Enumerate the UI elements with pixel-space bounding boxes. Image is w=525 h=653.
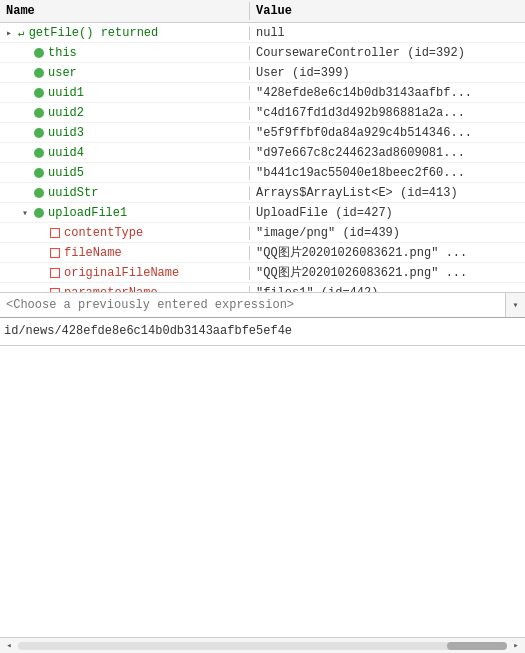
scroll-right-button[interactable]: ▸ — [509, 639, 523, 653]
table-row[interactable]: contentType"image/png" (id=439) — [0, 223, 525, 243]
row-name-text: this — [48, 46, 77, 60]
row-name-cell: uuid3 — [0, 126, 250, 140]
row-name-cell: uuid2 — [0, 106, 250, 120]
scroll-track[interactable] — [18, 642, 507, 650]
dot-green-icon — [34, 208, 44, 218]
toggle-icon — [18, 86, 32, 100]
expression-dropdown-button[interactable]: ▾ — [505, 293, 525, 317]
row-value-cell: "QQ图片20201026083621.png" ... — [250, 244, 525, 261]
row-value-text: "428efde8e6c14b0db3143aafbf... — [256, 86, 472, 100]
row-value-cell: UploadFile (id=427) — [250, 206, 525, 220]
url-text: id/news/428efde8e6c14b0db3143aafbfe5ef4e — [4, 324, 292, 338]
toggle-icon — [18, 126, 32, 140]
row-name-cell: uuid4 — [0, 146, 250, 160]
row-value-cell: "QQ图片20201026083621.png" ... — [250, 264, 525, 281]
dot-green-icon — [34, 88, 44, 98]
row-name-text: uuid1 — [48, 86, 84, 100]
row-value-text: User (id=399) — [256, 66, 350, 80]
toggle-icon — [34, 226, 48, 240]
table-row[interactable]: userUser (id=399) — [0, 63, 525, 83]
row-value-cell: Arrays$ArrayList<E> (id=413) — [250, 186, 525, 200]
row-name-cell: uploadFile1 — [0, 206, 250, 220]
table-row[interactable]: uuid3"e5f9ffbf0da84a929c4b514346... — [0, 123, 525, 143]
toggle-icon[interactable] — [18, 206, 32, 220]
table-row[interactable]: uuidStrArrays$ArrayList<E> (id=413) — [0, 183, 525, 203]
row-name-text: uuid2 — [48, 106, 84, 120]
table-row[interactable]: fileName"QQ图片20201026083621.png" ... — [0, 243, 525, 263]
row-name-text: uuidStr — [48, 186, 98, 200]
row-name-text: uuid4 — [48, 146, 84, 160]
dot-green-icon — [34, 168, 44, 178]
row-value-text: "files1" (id=442) — [256, 286, 378, 293]
expression-input[interactable] — [0, 295, 505, 315]
row-value-text: "d97e667c8c244623ad8609081... — [256, 146, 465, 160]
row-name-text: contentType — [64, 226, 143, 240]
row-name-text: parameterName — [64, 286, 158, 293]
row-name-text: uuid5 — [48, 166, 84, 180]
table-row[interactable]: uuid2"c4d167fd1d3d492b986881a2a... — [0, 103, 525, 123]
dot-green-icon — [34, 128, 44, 138]
table-row[interactable]: ↵ getFile() returnednull — [0, 23, 525, 43]
toggle-icon — [18, 66, 32, 80]
row-name-text: user — [48, 66, 77, 80]
sq-red-icon — [50, 228, 60, 238]
row-name-text: getFile() returned — [29, 26, 159, 40]
row-value-cell: "c4d167fd1d3d492b986881a2a... — [250, 106, 525, 120]
row-value-text: "e5f9ffbf0da84a929c4b514346... — [256, 126, 472, 140]
table-row[interactable]: originalFileName"QQ图片20201026083621.png"… — [0, 263, 525, 283]
row-name-cell: uuid1 — [0, 86, 250, 100]
sq-red-icon — [50, 248, 60, 258]
dot-green-icon — [34, 188, 44, 198]
row-value-cell: "b441c19ac55040e18beec2f60... — [250, 166, 525, 180]
row-value-text: "b441c19ac55040e18beec2f60... — [256, 166, 465, 180]
table-row[interactable]: thisCoursewareController (id=392) — [0, 43, 525, 63]
expression-bar[interactable]: ▾ — [0, 293, 525, 318]
row-value-cell: CoursewareController (id=392) — [250, 46, 525, 60]
row-value-text: null — [256, 26, 285, 40]
rows-container: ↵ getFile() returnednullthisCoursewareCo… — [0, 23, 525, 293]
table-row[interactable]: uuid4"d97e667c8c244623ad8609081... — [0, 143, 525, 163]
row-name-cell: fileName — [0, 246, 250, 260]
dot-green-icon — [34, 68, 44, 78]
row-value-text: "c4d167fd1d3d492b986881a2a... — [256, 106, 465, 120]
row-name-cell: this — [0, 46, 250, 60]
row-value-cell: "files1" (id=442) — [250, 286, 525, 293]
row-value-cell: "image/png" (id=439) — [250, 226, 525, 240]
toggle-icon — [34, 286, 48, 293]
scroll-thumb[interactable] — [447, 642, 507, 650]
row-name-cell: ↵ getFile() returned — [0, 26, 250, 40]
row-value-cell: "e5f9ffbf0da84a929c4b514346... — [250, 126, 525, 140]
col-name-header: Name — [0, 2, 250, 20]
row-value-text: UploadFile (id=427) — [256, 206, 393, 220]
row-value-text: "image/png" (id=439) — [256, 226, 400, 240]
toggle-icon — [34, 266, 48, 280]
dot-green-icon — [34, 48, 44, 58]
row-value-cell: "428efde8e6c14b0db3143aafbf... — [250, 86, 525, 100]
row-name-text: fileName — [64, 246, 122, 260]
row-value-text: Arrays$ArrayList<E> (id=413) — [256, 186, 458, 200]
dot-green-icon — [34, 148, 44, 158]
row-name-cell: uuid5 — [0, 166, 250, 180]
row-value-text: "QQ图片20201026083621.png" ... — [256, 266, 467, 280]
row-value-text: "QQ图片20201026083621.png" ... — [256, 246, 467, 260]
row-value-cell: null — [250, 26, 525, 40]
row-name-cell: originalFileName — [0, 266, 250, 280]
scroll-left-button[interactable]: ◂ — [2, 639, 16, 653]
return-arrow-icon: ↵ — [18, 26, 25, 39]
row-value-text: CoursewareController (id=392) — [256, 46, 465, 60]
toggle-icon — [18, 166, 32, 180]
url-bar: id/news/428efde8e6c14b0db3143aafbfe5ef4e — [0, 318, 525, 346]
table-row[interactable]: uuid5"b441c19ac55040e18beec2f60... — [0, 163, 525, 183]
table-row[interactable]: uuid1"428efde8e6c14b0db3143aafbf... — [0, 83, 525, 103]
dot-green-icon — [34, 108, 44, 118]
empty-space — [0, 346, 525, 638]
horizontal-scrollbar[interactable]: ◂ ▸ — [0, 637, 525, 653]
toggle-icon — [34, 246, 48, 260]
debug-table[interactable]: Name Value ↵ getFile() returnednullthisC… — [0, 0, 525, 293]
table-row[interactable]: parameterName"files1" (id=442) — [0, 283, 525, 293]
row-name-cell: uuidStr — [0, 186, 250, 200]
toggle-icon[interactable] — [2, 26, 16, 40]
table-header: Name Value — [0, 0, 525, 23]
table-row[interactable]: uploadFile1UploadFile (id=427) — [0, 203, 525, 223]
row-value-cell: "d97e667c8c244623ad8609081... — [250, 146, 525, 160]
